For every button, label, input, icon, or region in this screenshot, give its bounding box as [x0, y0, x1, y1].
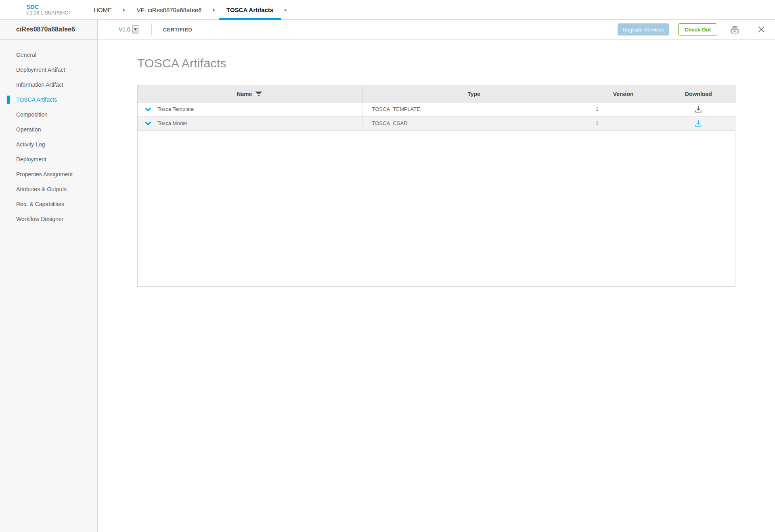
breadcrumb: HOME ▸ VF: ciRes0870a68afee6 ▸ TOSCA Art…: [86, 0, 291, 19]
sidebar-item-properties-assignment[interactable]: Properties Assignment: [0, 167, 97, 182]
sidebar-item-deployment[interactable]: Deployment: [0, 152, 97, 167]
component-header-bar: V1.0 CERTIFIED Upgrade Services Check Ou…: [98, 20, 775, 40]
version-dropdown-icon[interactable]: [132, 25, 138, 33]
sidebar-item-deployment-artifact[interactable]: Deployment Artifact: [0, 62, 97, 77]
sidebar-item-activity-log[interactable]: Activity Log: [0, 137, 97, 152]
sidebar-item-tosca-artifacts[interactable]: TOSCA Artifacts: [0, 92, 97, 107]
download-icon[interactable]: [694, 105, 702, 113]
expand-row-chevron-icon[interactable]: [145, 121, 151, 125]
check-out-button[interactable]: Check Out: [678, 23, 717, 35]
sidebar-menu: General Deployment Artifact Information …: [0, 40, 97, 226]
top-bar: SDC v.1.16.1-SNAPSHOT HOME ▸ VF: ciRes08…: [0, 0, 775, 20]
artifact-type: TOSCA_CSAR: [362, 116, 586, 130]
artifact-type: TOSCA_TEMPLATE: [362, 102, 586, 116]
expand-row-chevron-icon[interactable]: [145, 107, 151, 111]
sidebar-item-information-artifact[interactable]: Information Artifact: [0, 77, 97, 92]
app-logo-title: SDC: [26, 4, 79, 10]
main-panel: V1.0 CERTIFIED Upgrade Services Check Ou…: [98, 20, 775, 532]
breadcrumb-arrow-icon: ▸: [281, 0, 291, 19]
lifecycle-status-badge: CERTIFIED: [163, 27, 192, 33]
app-version-label: v.1.16.1-SNAPSHOT: [26, 10, 79, 16]
print-icon[interactable]: [729, 24, 740, 35]
header-divider: [151, 23, 152, 35]
sidebar: ciRes0870a68afee6 General Deployment Art…: [0, 20, 98, 532]
version-label: V1.0: [119, 26, 130, 33]
header-divider: [749, 24, 749, 35]
breadcrumb-arrow-icon: ▸: [209, 0, 219, 19]
tosca-artifacts-view: TOSCA Artifacts Name: [98, 40, 775, 532]
artifact-version: 1: [586, 116, 661, 130]
sidebar-item-attributes-outputs[interactable]: Attributes & Outputs: [0, 182, 97, 196]
version-selector[interactable]: V1.0: [119, 25, 138, 33]
tab-home[interactable]: HOME: [86, 0, 119, 19]
breadcrumb-arrow-icon: ▸: [119, 0, 129, 19]
download-icon[interactable]: [694, 119, 702, 127]
upgrade-services-button[interactable]: Upgrade Services: [618, 23, 669, 35]
table-row: Tosca Template TOSCA_TEMPLATE 1: [138, 102, 736, 116]
sidebar-item-operation[interactable]: Operation: [0, 122, 97, 137]
sidebar-item-workflow-designer[interactable]: Workflow Designer: [0, 211, 97, 226]
artifacts-table: Name Type: [137, 86, 735, 287]
column-header-version: Version: [586, 86, 661, 102]
table-row: Tosca Model TOSCA_CSAR 1: [138, 116, 736, 130]
sort-descending-icon: [255, 91, 263, 96]
artifact-name: Tosca Template: [157, 106, 194, 112]
sidebar-item-req-capabilities[interactable]: Req. & Capabilities: [0, 196, 97, 211]
column-header-type: Type: [362, 86, 586, 102]
tab-tosca-artifacts[interactable]: TOSCA Artifacts: [219, 0, 281, 19]
artifact-name: Tosca Model: [157, 120, 187, 126]
tab-vf-component[interactable]: VF: ciRes0870a68afee6: [129, 0, 209, 19]
sidebar-item-composition[interactable]: Composition: [0, 107, 97, 122]
sdc-app: SDC v.1.16.1-SNAPSHOT HOME ▸ VF: ciRes08…: [0, 0, 775, 532]
column-header-name[interactable]: Name: [138, 86, 362, 102]
app-logo: SDC v.1.16.1-SNAPSHOT: [26, 0, 79, 19]
artifact-version: 1: [586, 102, 661, 116]
close-icon[interactable]: [758, 26, 765, 33]
component-name-header: ciRes0870a68afee6: [0, 20, 97, 40]
workspace: ciRes0870a68afee6 General Deployment Art…: [0, 20, 775, 532]
table-header-row: Name Type: [138, 86, 736, 102]
component-name: ciRes0870a68afee6: [16, 26, 75, 33]
column-header-download: Download: [661, 86, 736, 102]
page-title: TOSCA Artifacts: [137, 56, 775, 70]
sidebar-item-general[interactable]: General: [0, 47, 97, 62]
column-header-name-label: Name: [237, 91, 252, 97]
